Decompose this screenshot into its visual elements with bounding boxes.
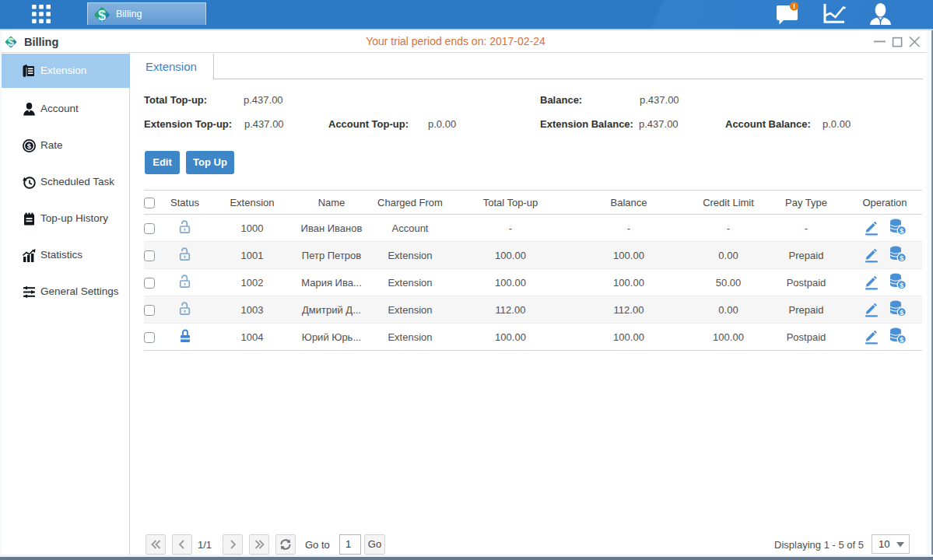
svg-text:$: $ <box>900 254 903 261</box>
svg-text:$: $ <box>27 142 32 150</box>
svg-text:$: $ <box>900 308 903 316</box>
svg-text:$: $ <box>900 226 903 234</box>
svg-text:$: $ <box>900 281 903 289</box>
svg-text:$: $ <box>98 8 106 23</box>
svg-text:!: ! <box>793 2 795 10</box>
svg-text:$: $ <box>900 335 903 343</box>
